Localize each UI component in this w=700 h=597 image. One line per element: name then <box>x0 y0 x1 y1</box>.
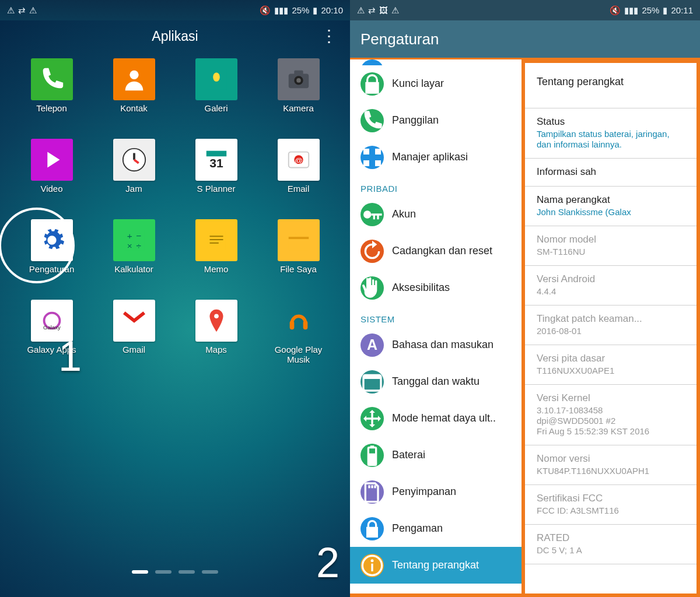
settings-item-label: Pengaman <box>392 522 443 535</box>
settings-item-bahasa-dan-masukan[interactable]: ABahasa dan masukan <box>350 326 522 363</box>
sync-icon: ⇄ <box>368 5 376 16</box>
hand-icon <box>360 276 384 300</box>
about-item-status[interactable]: StatusTampilkan status baterai, jaringan… <box>525 108 696 159</box>
about-item-value: DC 5 V; 1 A <box>537 545 685 556</box>
svg-rect-27 <box>289 321 294 329</box>
settings-item-panggilan[interactable]: Panggilan <box>350 102 522 139</box>
settings-item-aksesibilitas[interactable]: Aksesibilitas <box>350 269 522 306</box>
calc-icon: +−×÷ <box>113 219 155 261</box>
app-label: Memo <box>204 264 229 274</box>
settings-item-kunci-layar[interactable]: Kunci layar <box>350 65 522 102</box>
app-label: Maps <box>205 345 227 354</box>
svg-rect-39 <box>369 453 375 463</box>
app-kamera[interactable]: Kamera <box>257 58 340 139</box>
app-file-saya[interactable]: File Saya <box>257 219 340 300</box>
about-item-label: Tingkat patch keaman... <box>537 313 685 325</box>
app-label: File Saya <box>280 264 317 274</box>
mute-icon: 🔇 <box>610 5 621 16</box>
app-label: Kalkulator <box>114 264 153 274</box>
settings-section-header: PRIBADI <box>350 175 522 196</box>
settings-item-manajer-aplikasi[interactable]: Manajer aplikasi <box>350 139 522 175</box>
settings-item-mode-hemat-daya-ult[interactable]: Mode hemat daya ult.. <box>350 400 522 437</box>
app-gmail[interactable]: Gmail <box>93 300 175 380</box>
lock-icon <box>360 72 384 96</box>
image-icon: 🖼 <box>379 5 388 15</box>
gallery-icon <box>195 58 237 100</box>
svg-text:+: + <box>127 231 132 241</box>
settings-item-akun[interactable]: Akun <box>350 196 522 233</box>
date-icon <box>360 370 384 394</box>
settings-item-label: Penyimpanan <box>392 486 456 498</box>
settings-nav: Kunci layarPanggilanManajer aplikasiPRIB… <box>350 59 525 597</box>
settings-item-cadangkan-dan-reset[interactable]: Cadangkan dan reset <box>350 233 522 269</box>
about-item-value: 4.4.4 <box>537 286 685 297</box>
app-label: Kamera <box>283 103 314 113</box>
app-telepon[interactable]: Telepon <box>10 58 93 139</box>
settings-item-baterai[interactable]: Baterai <box>350 437 522 473</box>
about-item-versi-kernel: Versi Kernel3.10.17-1083458 dpi@SWDD5001… <box>525 385 696 445</box>
svg-point-26 <box>214 314 219 319</box>
battery-icon: ▮ <box>663 5 667 16</box>
svg-text:@: @ <box>295 156 303 165</box>
app-label: Email <box>288 184 310 194</box>
about-item-tingkat-patch-keaman: Tingkat patch keaman...2016-08-01 <box>525 305 696 345</box>
about-item-label: Versi pita dasar <box>537 353 685 364</box>
about-item-value: Tampilkan status baterai, jaringan, dan … <box>537 129 685 150</box>
grid-icon <box>360 146 384 169</box>
about-item-label: Nomor model <box>537 234 685 245</box>
settings-item-penyimpanan[interactable]: Penyimpanan <box>350 473 522 510</box>
settings-item-tentang-perangkat[interactable]: Tentang perangkat <box>350 547 522 584</box>
about-item-sertifikasi-fcc: Sertifikasi FCCFCC ID: A3LSMT116 <box>525 485 696 525</box>
about-title: Tentang perangkat <box>525 63 696 108</box>
camera-icon <box>278 58 320 100</box>
about-item-label: RATED <box>537 532 685 544</box>
folder-icon <box>278 219 320 261</box>
app-s-planner[interactable]: 31S Planner <box>175 139 257 219</box>
app-email[interactable]: @Email <box>257 139 340 219</box>
about-item-nama-perangkat[interactable]: Nama perangkatJohn Slankissme (Galax <box>525 187 696 226</box>
battery-pct: 25% <box>292 5 309 15</box>
mute-icon: 🔇 <box>260 5 271 16</box>
lang-icon: A <box>360 333 384 357</box>
save-icon <box>360 407 384 430</box>
svg-rect-38 <box>370 445 374 447</box>
phone-icon <box>360 109 384 132</box>
app-video[interactable]: Video <box>10 139 93 219</box>
settings-item-label: Manajer aplikasi <box>392 151 468 163</box>
svg-rect-42 <box>374 485 376 488</box>
svg-rect-28 <box>303 321 307 329</box>
about-item-label: Sertifikasi FCC <box>537 493 685 504</box>
status-bar-left: ⚠ ⇄ ⚠ 🔇 ▮▮▮ 25% ▮ 20:10 <box>0 0 350 20</box>
app-galeri[interactable]: Galeri <box>175 58 257 139</box>
svg-rect-45 <box>371 563 373 571</box>
app-kontak[interactable]: Kontak <box>93 58 175 139</box>
about-item-informasi-sah[interactable]: Informasi sah <box>525 159 696 187</box>
more-icon[interactable]: ⋮ <box>321 26 337 45</box>
signal-icon: ▮▮▮ <box>624 5 638 16</box>
settings-item-pengaman[interactable]: Pengaman <box>350 510 522 547</box>
settings-item-tanggal-dan-waktu[interactable]: Tanggal dan waktu <box>350 363 522 400</box>
pager-dots[interactable] <box>132 570 218 574</box>
music-icon <box>278 300 320 342</box>
svg-rect-20 <box>209 239 223 240</box>
svg-point-33 <box>363 210 371 218</box>
warning-icon: ⚠ <box>7 5 15 16</box>
lock2-icon <box>360 517 384 540</box>
about-item-versi-pita-dasar: Versi pita dasarT116NUXXU0APE1 <box>525 345 696 385</box>
about-item-value: 3.10.17-1083458 dpi@SWDD5001 #2 Fri Aug … <box>537 405 685 437</box>
step-number-2: 2 <box>316 539 340 587</box>
app-maps[interactable]: Maps <box>175 300 257 380</box>
app-google-play-musik[interactable]: Google Play Musik <box>257 300 340 380</box>
app-jam[interactable]: Jam <box>93 139 175 219</box>
about-device-panel: Tentang perangkat StatusTampilkan status… <box>525 59 700 597</box>
svg-rect-36 <box>363 375 381 379</box>
settings-item-label: Cadangkan dan reset <box>392 245 492 257</box>
app-memo[interactable]: Memo <box>175 219 257 300</box>
app-pengaturan[interactable]: Pengaturan <box>10 219 93 300</box>
svg-rect-22 <box>288 237 309 239</box>
about-item-versi-android: Versi Android4.4.4 <box>525 266 696 305</box>
settings-item-label: Kunci layar <box>392 78 444 90</box>
apps-title: Aplikasi <box>152 29 198 44</box>
clock: 20:11 <box>671 5 693 15</box>
app-kalkulator[interactable]: +−×÷Kalkulator <box>93 219 175 300</box>
